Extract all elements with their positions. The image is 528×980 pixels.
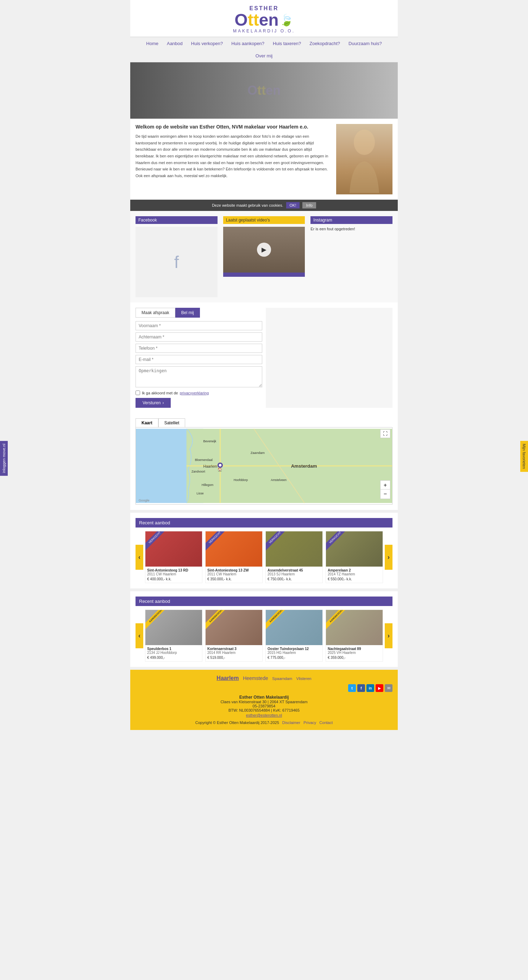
footer-email[interactable]: esther@esterotten.nl bbox=[246, 713, 282, 717]
map-kaart-btn[interactable]: Kaart bbox=[135, 418, 158, 427]
property-card-bought-3[interactable]: AANGEKOCHT Ooster Tuindorpslaan 12 2015 … bbox=[266, 609, 323, 662]
footer-city-vlisteren[interactable]: Vlisteren bbox=[296, 676, 312, 681]
facebook-header: Facebook bbox=[135, 216, 218, 224]
property-card-sold-1[interactable]: VERKOCHT Sint-Antoniesteeg 13 RD 2011 CW… bbox=[145, 531, 202, 583]
remarks-field[interactable] bbox=[135, 366, 262, 387]
cookie-bar: Deze website maakt gebruik van cookies. … bbox=[130, 200, 398, 211]
nav-zoekopdracht[interactable]: Zoekopdracht? bbox=[305, 37, 344, 50]
three-columns: Facebook f Laatst geplaatst video's ▶ In… bbox=[130, 211, 398, 302]
property-card-bought-2[interactable]: AANGEKOCHT Kortenaerstraat 3 2014 RR Haa… bbox=[205, 609, 262, 662]
logo: ESTHER Otten 🍃 MAKELAARDIJ O.O. bbox=[233, 5, 295, 33]
cookie-text: Deze website maakt gebruik van cookies. bbox=[212, 203, 283, 207]
video-thumbnail[interactable]: ▶ bbox=[223, 227, 305, 272]
property-card-bought-4[interactable]: AANGEKOCHT Nachtegaalstraat 89 2025 VH H… bbox=[326, 609, 383, 662]
privacy-text: Ik ga akkoord met de bbox=[142, 391, 178, 395]
lastname-field[interactable] bbox=[135, 332, 262, 342]
contact-blank-area bbox=[266, 308, 393, 408]
svg-text:Haarlem: Haarlem bbox=[204, 464, 218, 468]
logo-leaf-icon: 🍃 bbox=[280, 13, 294, 27]
map-visual: Amsterdam Haarlem Zaandam Bloemendaal Za… bbox=[136, 428, 392, 504]
footer-privacy[interactable]: Privacy bbox=[304, 721, 316, 725]
footer-contact[interactable]: Contact bbox=[319, 721, 332, 725]
play-button[interactable]: ▶ bbox=[257, 243, 271, 257]
sold-next-btn[interactable]: › bbox=[385, 545, 393, 570]
footer-company-name: Esther Otten Makelaardij bbox=[135, 695, 393, 700]
property-card-bought-1[interactable]: AANGEKOCHT Speulderbos 1 2134 JJ Hoofddo… bbox=[145, 609, 202, 662]
sold-prev-btn[interactable]: ‹ bbox=[135, 545, 143, 570]
submit-arrow-icon: › bbox=[162, 400, 164, 405]
prop-price-b3: € 775.000,- bbox=[267, 656, 321, 660]
map-satelliet-btn[interactable]: Satelliet bbox=[158, 418, 186, 427]
svg-text:Lisse: Lisse bbox=[196, 492, 204, 495]
nav-duurzaam[interactable]: Duurzaam huis? bbox=[344, 37, 386, 50]
firstname-field[interactable] bbox=[135, 321, 262, 330]
property-card-sold-4[interactable]: VERKOCHT Amperelaan 2 2014 TZ Haarlem € … bbox=[326, 531, 383, 583]
bought-next-btn[interactable]: › bbox=[385, 623, 393, 648]
cookie-ok-button[interactable]: OK! bbox=[286, 202, 300, 208]
facebook-content: f bbox=[135, 227, 218, 297]
footer-city-haarlem[interactable]: Haarlem bbox=[216, 675, 239, 681]
prop-price-s1: € 400.000,- k.k. bbox=[147, 577, 200, 581]
footer-social-icons: t f in ▶ ✉ bbox=[135, 684, 393, 692]
map-fullscreen-btn[interactable]: ⛶ bbox=[380, 429, 390, 438]
footer-city-links: Haarlem Heemstede Spaarndam Vlisteren bbox=[135, 675, 393, 681]
side-tab-favorites[interactable]: Mijn favorieten bbox=[520, 441, 528, 472]
nav-aanbod[interactable]: Aanbod bbox=[163, 37, 187, 50]
footer-city-spaarndam[interactable]: Spaarndam bbox=[272, 676, 292, 681]
footer-disclaimer[interactable]: Disclaimer bbox=[282, 721, 300, 725]
email-field[interactable] bbox=[135, 355, 262, 364]
social-twitter-icon[interactable]: t bbox=[348, 684, 356, 692]
side-tab-login[interactable]: inloggen move.nl bbox=[0, 441, 8, 476]
phone-field[interactable] bbox=[135, 344, 262, 353]
recent-aanbod-bought: Recent aanbod ‹ AANGEKOCHT Speulderbos 1… bbox=[130, 591, 398, 667]
property-card-sold-3[interactable]: VERKOCHT Assendelverstraat 45 2013 SJ Ha… bbox=[266, 531, 323, 583]
prop-city-b4: 2025 VH Haarlem bbox=[328, 651, 381, 655]
submit-label: Versturen bbox=[143, 400, 161, 405]
svg-text:🏠: 🏠 bbox=[218, 467, 223, 472]
sold-properties-row: ‹ VERKOCHT Sint-Antoniesteeg 13 RD 2011 … bbox=[135, 531, 393, 583]
map-section: Kaart Satelliet Amsterdam Haarlem Zaanda… bbox=[130, 413, 398, 510]
social-linkedin-icon[interactable]: in bbox=[366, 684, 374, 692]
social-email-icon[interactable]: ✉ bbox=[385, 684, 393, 692]
main-nav: Home Aanbod Huis verkopen? Huis aankopen… bbox=[130, 37, 398, 62]
instagram-error: Er is een fout opgetreden! bbox=[310, 227, 393, 231]
footer-address: Claes van Kleisenstraat 30 | 2064 XT Spa… bbox=[135, 700, 393, 704]
privacy-link[interactable]: privacyverklaring bbox=[180, 391, 209, 395]
welcome-photo bbox=[336, 124, 393, 194]
prop-address-s4: Amperelaan 2 bbox=[328, 568, 381, 572]
prop-address-b1: Speulderbos 1 bbox=[147, 647, 200, 651]
nav-home[interactable]: Home bbox=[142, 37, 163, 50]
tab-appointment[interactable]: Maak afspraak bbox=[135, 308, 175, 318]
social-facebook-icon[interactable]: f bbox=[357, 684, 365, 692]
svg-text:Amstelveen: Amstelveen bbox=[271, 478, 286, 482]
social-youtube-icon[interactable]: ▶ bbox=[375, 684, 383, 692]
video-header: Laatst geplaatst video's bbox=[223, 216, 305, 224]
svg-text:Beverwijk: Beverwijk bbox=[204, 439, 217, 443]
bought-prev-btn[interactable]: ‹ bbox=[135, 623, 143, 648]
footer-city-heemstede[interactable]: Heemstede bbox=[243, 675, 268, 681]
welcome-section: Welkom op de website van Esther Otten, N… bbox=[130, 119, 398, 200]
nav-huis-taxeren[interactable]: Huis taxeren? bbox=[269, 37, 305, 50]
prop-address-b3: Ooster Tuindorpslaan 12 bbox=[267, 647, 321, 651]
svg-text:Zandvoort: Zandvoort bbox=[191, 470, 205, 473]
map-zoom-out-btn[interactable]: − bbox=[380, 489, 390, 499]
hero-banner: Otten bbox=[130, 62, 398, 119]
welcome-text-area: Welkom op de website van Esther Otten, N… bbox=[135, 124, 331, 194]
prop-address-s1: Sint-Antoniesteeg 13 RD bbox=[147, 568, 200, 572]
recent-aanbod-sold: Recent aanbod ‹ VERKOCHT Sint-Antonieste… bbox=[130, 513, 398, 589]
map-controls: Kaart Satelliet bbox=[135, 418, 393, 427]
nav-over-mij[interactable]: Over mij bbox=[251, 50, 277, 62]
property-card-sold-2[interactable]: VERKOCHT Sint-Antoniesteeg 13 ZW 2011 CW… bbox=[205, 531, 262, 583]
recent-aanbod-sold-header: Recent aanbod bbox=[135, 518, 393, 528]
prop-price-s4: € 550.000,- k.k. bbox=[328, 577, 381, 581]
submit-button[interactable]: Versturen › bbox=[135, 398, 171, 408]
instagram-column: Instagram Er is een fout opgetreden! bbox=[308, 216, 393, 297]
map-zoom-in-btn[interactable]: + bbox=[380, 480, 390, 490]
privacy-checkbox[interactable] bbox=[135, 391, 140, 395]
cookie-info-button[interactable]: Info bbox=[302, 202, 316, 208]
tab-call[interactable]: Bel mij bbox=[175, 308, 200, 318]
nav-huis-verkopen[interactable]: Huis verkopen? bbox=[187, 37, 227, 50]
prop-price-s2: € 350.000,- k.k. bbox=[207, 577, 261, 581]
svg-text:Bloemendaal: Bloemendaal bbox=[195, 458, 213, 461]
nav-huis-aankopen[interactable]: Huis aankopen? bbox=[227, 37, 269, 50]
